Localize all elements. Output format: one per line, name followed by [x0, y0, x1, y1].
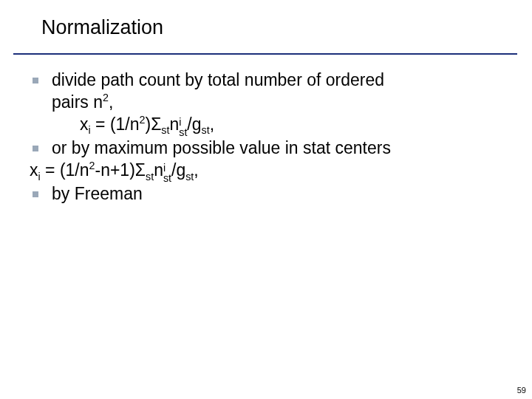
body: divide path count by total number of ord… — [25, 69, 507, 205]
slide-title: Normalization — [41, 16, 163, 39]
square-bullet-icon — [33, 78, 38, 83]
text-frag: /g — [171, 160, 185, 180]
text-frag: n — [169, 115, 179, 134]
text-frag: = (1/n — [41, 160, 89, 180]
sigma-symbol: Σ — [135, 160, 146, 180]
text-frag: ) — [145, 115, 151, 134]
text-frag: x — [30, 160, 38, 180]
text-frag: /g — [187, 115, 201, 134]
bullet-1-line-2: pairs n2, — [52, 92, 113, 112]
superscript: 2 — [140, 114, 146, 126]
bullet-item-1: divide path count by total number of ord… — [25, 69, 507, 114]
subscript: i — [38, 171, 41, 183]
text-frag: x — [80, 115, 89, 134]
slide: Normalization divide path count by total… — [0, 0, 532, 399]
bullet-3-text: by Freeman — [52, 184, 143, 203]
subscript: st — [202, 124, 210, 136]
text-frag: pairs n — [52, 92, 103, 112]
formula-1: xi = (1/n2)Σstnist/gst, — [25, 114, 507, 137]
text-frag: , — [194, 160, 198, 180]
page-number: 59 — [517, 386, 526, 395]
bullet-item-2: or by maximum possible value in stat cen… — [25, 137, 507, 160]
subscript: st — [163, 174, 171, 184]
subscript: st — [146, 171, 154, 183]
text-frag: , — [210, 115, 214, 134]
subscript: i — [89, 124, 91, 136]
formula-2: xi = (1/n2-n+1)Σstnist/gst, — [25, 160, 507, 183]
text-frag: , — [109, 92, 113, 112]
square-bullet-icon — [33, 146, 38, 151]
subscript: st — [161, 124, 169, 136]
supsub: ist — [163, 163, 171, 183]
text-frag: n — [154, 160, 163, 180]
title-underline — [13, 53, 517, 55]
subscript: st — [185, 171, 194, 183]
superscript: 2 — [89, 160, 95, 171]
superscript: 2 — [103, 92, 109, 103]
bullet-item-3: by Freeman — [25, 183, 507, 205]
text-frag: = (1/n — [91, 115, 140, 134]
supsub: ist — [179, 117, 187, 137]
text-frag: -n+1) — [95, 160, 134, 180]
sigma-symbol: Σ — [151, 115, 161, 134]
subscript: st — [179, 128, 187, 138]
bullet-2-text: or by maximum possible value in stat cen… — [52, 138, 391, 157]
bullet-1-line-1: divide path count by total number of ord… — [52, 70, 384, 89]
square-bullet-icon — [33, 191, 38, 197]
